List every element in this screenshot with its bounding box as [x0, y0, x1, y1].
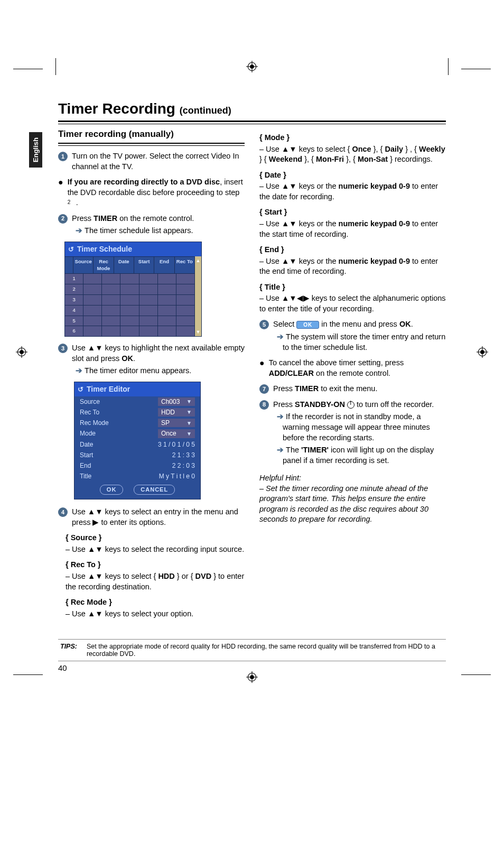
text-bold: If you are recording directly to a DVD d…	[68, 178, 220, 186]
step-number-icon: 8	[259, 400, 269, 410]
dropdown-icon: ▼	[186, 398, 192, 405]
section-heading: Timer recording (manually)	[58, 128, 245, 141]
col-header: Source	[73, 257, 94, 274]
bullet-text: To cancel the above timer setting, press…	[269, 358, 446, 378]
page-title: Timer Recording (continued)	[58, 100, 446, 117]
field-recmode: { Rec Mode } – Use ▲▼ keys to select you…	[66, 597, 245, 619]
col-header: Date	[114, 257, 134, 274]
tips-footer: TIPS: Set the appropriate mode of record…	[58, 639, 446, 661]
step-text: Select OK in the menu and press OK. The …	[273, 319, 446, 353]
left-column: Timer recording (manually) 1 Turn on the…	[58, 128, 245, 624]
tips-label: TIPS:	[58, 643, 77, 658]
crop-mark	[461, 69, 491, 69]
field-label: Mode	[80, 429, 96, 438]
scroll-bar: ▲ ▼	[195, 256, 201, 337]
field-desc: – Use ▲▼ keys to select the recording in…	[66, 544, 245, 555]
field-value: 2 1 : 3 3	[172, 451, 195, 459]
crop-mark	[461, 674, 491, 675]
svg-point-7	[20, 350, 24, 354]
step-number-icon: 7	[259, 384, 269, 394]
svg-point-11	[480, 350, 484, 354]
step-number-icon: 4	[58, 507, 68, 517]
result-line: The system will store the timer entry an…	[273, 332, 446, 353]
step-5: 5 Select OK in the menu and press OK. Th…	[259, 319, 446, 353]
crop-mark	[448, 58, 449, 75]
col-header: Rec To	[175, 257, 195, 274]
step-text: Use ▲▼ keys to select an entry in the me…	[72, 507, 245, 528]
bullet-text: If you are recording directly to a DVD d…	[68, 177, 245, 208]
registration-mark-icon	[246, 671, 258, 683]
field-value: Ch003▼	[158, 397, 195, 406]
field-date: { Date } – Use ▲▼ keys or the numeric ke…	[259, 170, 446, 202]
field-name: { Rec Mode }	[66, 597, 245, 608]
dropdown-icon: ▼	[186, 420, 192, 427]
editor-row: ModeOnce▼	[74, 428, 200, 439]
scroll-up-icon: ▲	[196, 257, 201, 264]
col-header: Rec Mode	[94, 257, 114, 274]
dropdown-icon: ▼	[186, 430, 192, 438]
registration-mark-icon	[246, 61, 258, 72]
result-line: The timer editor menu appears.	[72, 366, 245, 376]
power-icon	[347, 401, 354, 409]
title-text: Timer Recording	[58, 100, 175, 117]
field-label: End	[80, 461, 91, 470]
bullet-icon: ●	[58, 178, 63, 187]
field-recto: { Rec To } – Use ▲▼ keys to select { HDD…	[66, 560, 245, 592]
result-line: The timer schedule list appears.	[72, 226, 245, 236]
text: on the remote control.	[117, 214, 194, 223]
editor-row: TitleM y T i t l e 0	[74, 471, 200, 482]
field-value: 2 2 : 0 3	[172, 461, 195, 470]
svg-point-15	[250, 675, 254, 679]
field-desc: – Use ▲▼ keys to select your option.	[66, 609, 245, 619]
field-value: HDD▼	[158, 408, 195, 417]
step-1: 1 Turn on the TV power. Select the corre…	[58, 151, 245, 172]
field-label: Rec Mode	[80, 419, 109, 427]
step-ref-icon: 2	[68, 199, 76, 207]
field-name: { Title }	[259, 282, 446, 293]
col-header: Start	[134, 257, 154, 274]
table-header-row: Source Rec Mode Date Start End Rec To	[65, 256, 195, 274]
table-row: 4	[65, 305, 195, 316]
text: Press	[72, 214, 94, 223]
content-columns: Timer recording (manually) 1 Turn on the…	[58, 128, 446, 624]
field-label: Source	[80, 397, 100, 406]
hint-text: – Set the timer recording one minute ahe…	[259, 484, 446, 525]
step-2: 2 Press TIMER on the remote control. The…	[58, 214, 245, 236]
divider	[58, 121, 446, 124]
clock-icon: ↺	[68, 245, 74, 254]
right-column: { Mode } – Use ▲▼ keys to select { Once …	[259, 128, 446, 624]
table-row: 6	[65, 326, 195, 336]
field-name: { Mode }	[259, 133, 446, 143]
registration-mark-icon	[16, 346, 27, 358]
field-value: Once▼	[158, 429, 195, 438]
crop-mark	[13, 69, 43, 69]
editor-row: SourceCh003▼	[74, 396, 200, 407]
step-text: Press TIMER to exit the menu.	[273, 384, 446, 394]
step-number-icon: 5	[259, 320, 269, 329]
row-index: 1	[65, 274, 83, 284]
field-desc: – Use ▲▼◀▶ keys to select the alphanumer…	[259, 293, 446, 314]
step-3: 3 Use ▲▼ keys to highlight the next avai…	[58, 343, 245, 376]
language-tab: English	[29, 132, 42, 168]
field-name: { Start }	[259, 207, 446, 218]
helpful-hint: Helpful Hint: – Set the timer recording …	[259, 473, 446, 525]
timer-editor-osd: ↺ Timer Editor SourceCh003▼ Rec ToHDD▼ R…	[74, 382, 201, 500]
row-index: 4	[65, 306, 83, 316]
clock-icon: ↺	[78, 385, 83, 394]
osd-title-text: Timer Editor	[87, 384, 130, 394]
field-start: { Start } – Use ▲▼ keys or the numeric k…	[259, 207, 446, 239]
table-row: 5	[65, 316, 195, 326]
osd-cancel-button: CANCEL	[134, 485, 175, 495]
field-desc: – Use ▲▼ keys to select { HDD } or { DVD…	[66, 571, 245, 592]
step-text: Use ▲▼ keys to highlight the next availa…	[72, 343, 245, 376]
table-row: 1	[65, 273, 195, 284]
editor-row: Rec ModeSP▼	[74, 418, 200, 428]
step-4: 4 Use ▲▼ keys to select an entry in the …	[58, 507, 245, 528]
tips-text: Set the appropriate mode of record quali…	[87, 643, 446, 658]
table-cell	[65, 257, 73, 274]
bullet-item: ● To cancel the above timer setting, pre…	[259, 358, 446, 378]
field-desc: – Use ▲▼ keys or the numeric keypad 0-9 …	[259, 256, 446, 277]
text: .	[76, 198, 78, 207]
result-line: If the recorder is not in standby mode, …	[273, 412, 446, 443]
field-value: M y T i t l e 0	[159, 472, 195, 480]
